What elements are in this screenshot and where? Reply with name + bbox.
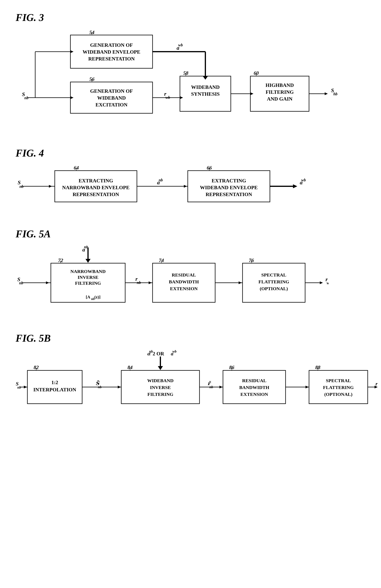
svg-text:BANDWIDTH: BANDWIDTH	[239, 385, 269, 390]
svg-marker-64	[184, 185, 187, 188]
svg-text:(OPTIONAL): (OPTIONAL)	[260, 286, 288, 291]
svg-text:EXTRACTING: EXTRACTING	[212, 178, 246, 184]
fig5b-section: FIG. 5B a nb ↑ 2 OR a wb 1:2 INTERPOLATI…	[16, 333, 365, 421]
fig3-diagram: GENERATION OF WIDEBAND ENVELOPE REPRESEN…	[16, 29, 348, 127]
svg-text:WIDEBAND: WIDEBAND	[147, 378, 174, 383]
svg-text:WIDEBAND: WIDEBAND	[191, 84, 220, 90]
svg-text:GENERATION OF: GENERATION OF	[90, 88, 133, 94]
svg-marker-43	[325, 92, 328, 95]
svg-text:FLATTERING: FLATTERING	[323, 385, 354, 390]
svg-text:EXTRACTING: EXTRACTING	[79, 178, 113, 184]
svg-text:nb: nb	[19, 281, 23, 285]
svg-text:↑ 2 OR: ↑ 2 OR	[149, 351, 164, 357]
svg-marker-106	[239, 281, 242, 284]
svg-text:wb: wb	[165, 95, 170, 100]
svg-text:EXCITATION: EXCITATION	[96, 102, 127, 108]
svg-text:FILTERING: FILTERING	[266, 89, 294, 95]
fig5b-label: FIG. 5B	[16, 333, 365, 344]
svg-text:SYNTHESIS: SYNTHESIS	[191, 91, 220, 97]
svg-marker-102	[149, 281, 152, 284]
svg-marker-146	[118, 386, 121, 388]
svg-text:EXTENSION: EXTENSION	[170, 286, 198, 291]
svg-text:FLATTERING: FLATTERING	[259, 279, 289, 284]
fig4-section: FIG. 4 EXTRACTING NARROWBAND ENVELOPE RE…	[16, 147, 365, 209]
svg-text:NARROWBAND ENVELOPE: NARROWBAND ENVELOPE	[62, 185, 130, 190]
fig5a-label: FIG. 5A	[16, 228, 365, 240]
svg-text:REPRESENTATION: REPRESENTATION	[73, 191, 119, 197]
svg-text:RESIDUAL: RESIDUAL	[172, 272, 196, 277]
svg-marker-117	[158, 366, 163, 370]
svg-marker-154	[305, 386, 309, 388]
svg-text:REPRESENTATION: REPRESENTATION	[88, 56, 135, 62]
fig5a-section: FIG. 5A a nb NARROWBAND INVERSE FILTERIN…	[16, 228, 365, 313]
svg-text:NARROWBAND: NARROWBAND	[70, 269, 106, 274]
svg-marker-108	[320, 281, 323, 284]
svg-text:nb: nb	[24, 96, 28, 100]
svg-text:SPECTRAL: SPECTRAL	[261, 272, 286, 277]
svg-marker-72	[85, 259, 91, 263]
fig4-diagram: EXTRACTING NARROWBAND ENVELOPE REPRESENT…	[16, 165, 309, 208]
svg-text:SPECTRAL: SPECTRAL	[326, 378, 351, 383]
fig5b-diagram: a nb ↑ 2 OR a wb 1:2 INTERPOLATION 82 WI…	[16, 350, 378, 420]
svg-text:hb: hb	[333, 92, 337, 96]
svg-text:nb: nb	[17, 385, 21, 389]
svg-text:[A: [A	[86, 294, 90, 299]
svg-text:HIGHBAND: HIGHBAND	[266, 82, 294, 88]
fig3-section: FIG. 3 GENERATION OF WIDEBAND ENVELOPE R…	[16, 12, 365, 128]
svg-text:WIDEBAND ENVELOPE: WIDEBAND ENVELOPE	[200, 185, 258, 190]
svg-text:REPRESENTATION: REPRESENTATION	[205, 191, 252, 197]
svg-text:nb: nb	[159, 178, 163, 182]
svg-text:1:2: 1:2	[51, 380, 58, 385]
svg-text:GENERATION OF: GENERATION OF	[90, 42, 133, 48]
svg-text:(OPTIONAL): (OPTIONAL)	[324, 392, 352, 397]
svg-text:EXTENSION: EXTENSION	[240, 392, 268, 397]
svg-text:wb: wb	[301, 178, 306, 182]
svg-text:r: r	[376, 381, 378, 387]
svg-text:FILTERING: FILTERING	[147, 392, 174, 397]
svg-text:WIDEBAND: WIDEBAND	[97, 95, 126, 101]
svg-text:FILTERING: FILTERING	[75, 281, 101, 286]
svg-text:nb: nb	[19, 184, 23, 189]
svg-marker-142	[24, 386, 27, 388]
svg-text:(z)]: (z)]	[94, 294, 100, 299]
svg-marker-150	[220, 386, 222, 388]
svg-text:INTERPOLATION: INTERPOLATION	[33, 387, 76, 393]
svg-text:nb: nb	[209, 385, 213, 389]
svg-text:BANDWIDTH: BANDWIDTH	[169, 279, 199, 284]
svg-text:nb: nb	[84, 246, 88, 249]
svg-text:INVERSE: INVERSE	[78, 275, 99, 280]
svg-text:wb: wb	[178, 43, 183, 47]
svg-text:nb: nb	[137, 280, 141, 285]
svg-text:RESIDUAL: RESIDUAL	[242, 378, 266, 383]
fig3-label: FIG. 3	[16, 12, 365, 23]
svg-text:WIDEBAND ENVELOPE: WIDEBAND ENVELOPE	[82, 49, 140, 55]
fig5a-diagram: a nb NARROWBAND INVERSE FILTERING [A nb …	[16, 246, 329, 312]
svg-marker-68	[293, 184, 297, 188]
svg-text:INVERSE: INVERSE	[150, 385, 171, 390]
svg-text:wb: wb	[327, 281, 329, 285]
svg-text:wb: wb	[172, 350, 176, 353]
svg-text:AND GAIN: AND GAIN	[267, 96, 293, 102]
svg-text:nb: nb	[98, 385, 101, 389]
fig4-label: FIG. 4	[16, 147, 365, 159]
